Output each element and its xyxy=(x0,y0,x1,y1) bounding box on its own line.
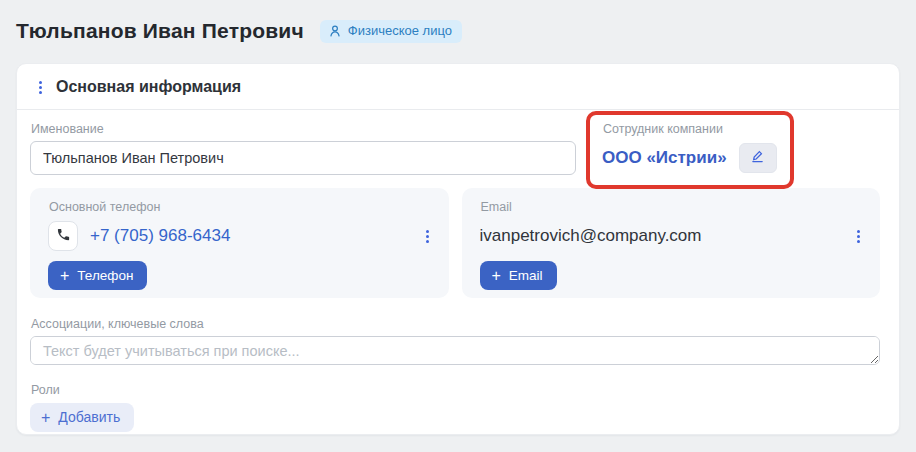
add-phone-label: Телефон xyxy=(77,268,133,283)
page-header: Тюльпанов Иван Петрович Физическое лицо xyxy=(0,0,916,43)
add-role-button[interactable]: + Добавить xyxy=(30,403,134,432)
pencil-icon xyxy=(750,149,765,168)
name-field-group: Именование xyxy=(30,122,576,175)
keywords-label: Ассоциации, ключевые слова xyxy=(31,317,880,331)
roles-field-group: Роли + Добавить xyxy=(30,383,880,432)
keywords-field-group: Ассоциации, ключевые слова xyxy=(30,317,880,369)
edit-employee-button[interactable] xyxy=(739,143,777,173)
roles-label: Роли xyxy=(31,383,880,397)
phone-label: Основной телефон xyxy=(49,200,431,214)
add-email-button[interactable]: + Email xyxy=(480,261,557,290)
employee-company-link[interactable]: ООО «Истрии» xyxy=(602,148,727,168)
email-label: Email xyxy=(481,200,863,214)
phone-box: Основной телефон +7 (705) 968-6434 + xyxy=(30,188,449,298)
add-email-label: Email xyxy=(509,268,543,283)
add-role-label: Добавить xyxy=(58,409,120,425)
phone-icon xyxy=(56,227,71,246)
plus-icon: + xyxy=(41,411,50,424)
card-body: Именование Сотрудник компании ООО «Истри… xyxy=(17,110,899,444)
card-header: Основная информация xyxy=(17,64,899,110)
name-field-label: Именование xyxy=(31,122,576,136)
plus-icon: + xyxy=(492,269,501,282)
card-title: Основная информация xyxy=(56,78,241,96)
main-info-card: Основная информация Именование Сотрудник… xyxy=(16,63,900,435)
add-phone-button[interactable]: + Телефон xyxy=(48,261,147,290)
employee-field-label: Сотрудник компании xyxy=(603,122,777,136)
email-box: Email ivanpetrovich@company.com + Email xyxy=(462,188,881,298)
email-value: ivanpetrovich@company.com xyxy=(480,226,702,246)
entity-type-label: Физическое лицо xyxy=(348,24,452,37)
email-menu-icon[interactable] xyxy=(855,228,862,245)
employee-field-group: Сотрудник компании ООО «Истрии» xyxy=(602,122,777,175)
entity-type-badge[interactable]: Физическое лицо xyxy=(320,20,462,43)
name-input[interactable] xyxy=(30,141,576,175)
phone-value[interactable]: +7 (705) 968-6434 xyxy=(90,226,230,246)
plus-icon: + xyxy=(60,269,69,282)
phone-call-button[interactable] xyxy=(48,221,78,251)
drag-handle-icon[interactable] xyxy=(37,79,44,96)
keywords-textarea[interactable] xyxy=(30,336,880,365)
page-title: Тюльпанов Иван Петрович xyxy=(16,19,304,43)
person-icon xyxy=(328,24,342,38)
phone-menu-icon[interactable] xyxy=(424,228,431,245)
